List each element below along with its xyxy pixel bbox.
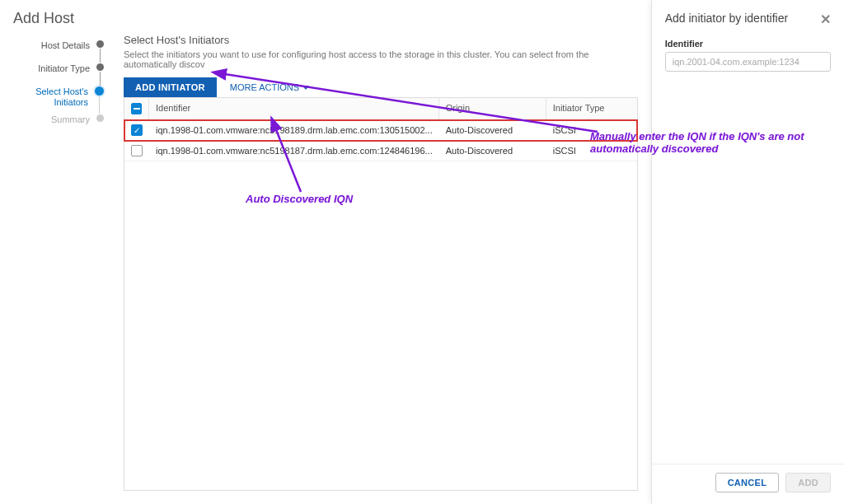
- identifier-input[interactable]: [665, 52, 831, 72]
- row-checkbox[interactable]: [131, 145, 143, 156]
- close-icon[interactable]: ✕: [820, 12, 831, 27]
- step-dot-icon: [96, 114, 104, 122]
- row-checkbox[interactable]: ✓: [131, 124, 143, 136]
- wizard-step-label: Select Host's Initiators: [18, 86, 88, 108]
- step-dot-icon: [96, 40, 104, 48]
- wizard-step[interactable]: Host Details: [20, 40, 104, 63]
- step-connector: [99, 96, 100, 114]
- step-dot-icon: [96, 63, 104, 71]
- row-checkbox-cell[interactable]: ✓: [124, 120, 149, 140]
- table-header-row: Identifier Origin Initiator Type: [124, 97, 637, 120]
- wizard-step[interactable]: Summary: [20, 114, 104, 138]
- add-initiator-button[interactable]: ADD INITIATOR: [124, 77, 217, 97]
- step-connector: [100, 72, 101, 86]
- row-initiator-type: iSCSI: [546, 121, 637, 139]
- table-row[interactable]: ✓iqn.1998-01.com.vmware:nc5198189.drm.la…: [124, 120, 637, 141]
- wizard-title: Add Host: [0, 0, 651, 34]
- more-actions-label: MORE ACTIONS: [230, 82, 299, 92]
- add-initiator-panel: Add initiator by identifier ✕ Identifier…: [651, 0, 844, 504]
- chevron-down-icon: [302, 86, 309, 90]
- initiators-table: Identifier Origin Initiator Type ✓iqn.19…: [124, 97, 638, 491]
- table-body: ✓iqn.1998-01.com.vmware:nc5198189.drm.la…: [124, 120, 637, 161]
- wizard-step-label: Summary: [20, 114, 90, 125]
- step-connector: [100, 49, 101, 63]
- wizard-step-label: Initiator Type: [20, 63, 90, 74]
- row-initiator-type: iSCSI: [546, 142, 637, 160]
- header-checkbox-cell[interactable]: [124, 98, 149, 119]
- content-description: Select the initiators you want to use fo…: [124, 49, 638, 69]
- wizard-step[interactable]: Initiator Type: [20, 63, 104, 86]
- wizard-step[interactable]: Select Host's Initiators: [18, 86, 104, 114]
- panel-title: Add initiator by identifier: [665, 12, 788, 25]
- row-identifier: iqn.1998-01.com.vmware:nc5198187.drm.lab…: [149, 142, 439, 160]
- row-identifier: iqn.1998-01.com.vmware:nc5198189.drm.lab…: [149, 121, 439, 139]
- table-row[interactable]: iqn.1998-01.com.vmware:nc5198187.drm.lab…: [124, 141, 637, 161]
- cancel-button[interactable]: CANCEL: [715, 473, 780, 492]
- header-origin[interactable]: Origin: [439, 98, 546, 119]
- row-origin: Auto-Discovered: [439, 142, 546, 160]
- header-initiator-type[interactable]: Initiator Type: [546, 98, 637, 119]
- identifier-field-label: Identifier: [665, 39, 831, 49]
- row-origin: Auto-Discovered: [439, 121, 546, 139]
- more-actions-dropdown[interactable]: MORE ACTIONS: [230, 82, 309, 92]
- wizard-steps: Host DetailsInitiator TypeSelect Host's …: [13, 34, 104, 491]
- step-dot-icon: [95, 86, 104, 96]
- wizard-step-label: Host Details: [20, 40, 90, 51]
- content-title: Select Host's Initiators: [124, 34, 638, 46]
- header-identifier[interactable]: Identifier: [149, 98, 439, 119]
- select-all-checkbox[interactable]: [131, 103, 142, 114]
- add-button[interactable]: ADD: [785, 473, 831, 492]
- row-checkbox-cell[interactable]: [124, 141, 149, 161]
